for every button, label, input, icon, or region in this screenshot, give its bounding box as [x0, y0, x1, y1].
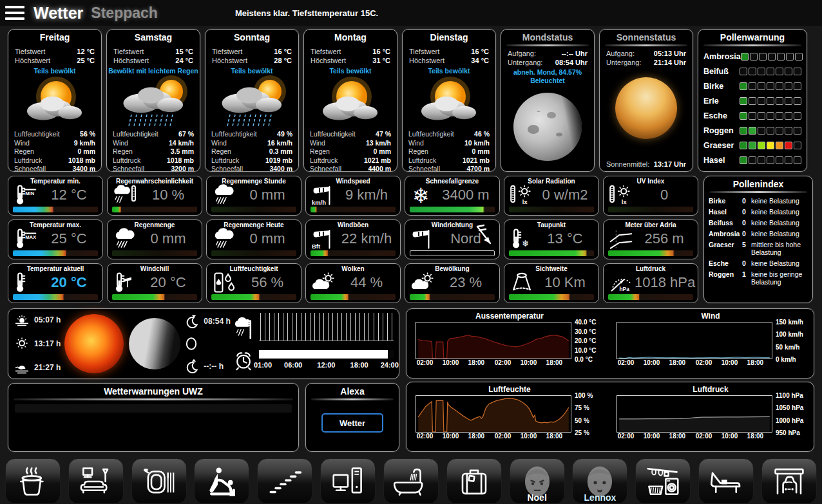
pollen-level-square: [777, 53, 785, 61]
pollen-warning-row-ambrosia: Ambrosia: [698, 49, 807, 64]
dock-button-suitcase[interactable]: [446, 458, 502, 504]
tile-value: 25 °C: [39, 230, 99, 247]
x-tick-label: 18:00: [669, 359, 686, 366]
high-label: Höchstwert: [409, 57, 444, 64]
dock-button-laundry[interactable]: [635, 458, 691, 504]
dock-button-noel[interactable]: Noel: [510, 458, 565, 504]
stat-value: 0 mm: [472, 147, 490, 156]
tile-bar: [112, 207, 197, 212]
pollen-index-desc: keine Belastung: [751, 208, 808, 216]
dock-button-bathtub[interactable]: [383, 458, 439, 504]
dock-button-computer[interactable]: [320, 458, 376, 504]
tile-schneefallgrenze: Schneefallgrenze ❄ 3400 m: [405, 176, 500, 216]
pollen-index-desc: keine Belastung: [751, 219, 808, 227]
tile-bar: [311, 207, 396, 212]
rain-cloud-icon: [112, 228, 138, 250]
pollen-level-square: [740, 142, 747, 149]
dock-button-garage[interactable]: [761, 458, 817, 504]
pollen-level-square: [767, 112, 774, 120]
x-tick-label: 10:00: [722, 359, 738, 366]
thermo-wind-icon: [113, 272, 137, 294]
pollen-level-square: [794, 127, 801, 135]
timeline-tick-label: 18:00: [350, 361, 368, 369]
tile-bar: [211, 294, 296, 300]
condition-text: Teils bewölkt: [403, 67, 495, 75]
pollen-level-square: [785, 127, 792, 135]
pollen-level-square: [776, 112, 783, 120]
astro-item-moonrise: --:-- h: [183, 359, 230, 374]
metric-tiles-section: Temperatur min. MIN 12 °C Regenwahrschei…: [8, 176, 814, 303]
stat-label: Luftdruck: [310, 156, 338, 165]
pollen-warning-row-esche: Esche: [698, 108, 807, 123]
pollen-level-square: [767, 127, 774, 135]
tile-bew-lkung: Bewölkung 23 %: [405, 263, 500, 303]
x-tick-label: 02:00: [696, 433, 712, 440]
pollen-level-square: [776, 127, 783, 135]
tile-windspeed: Windspeed km/h 9 km/h: [305, 176, 401, 216]
pollen-name: Esche: [703, 111, 740, 120]
high-label: Höchstwert: [113, 57, 149, 64]
moon-set-value: 08:54 Uhr: [555, 59, 588, 66]
day-name: Dienstag: [403, 30, 495, 42]
pollen-level-square: [767, 156, 774, 164]
day-timeline: 01:0006:0012:0018:0024:00: [259, 313, 394, 375]
stat-label: Schneefall: [310, 165, 341, 174]
weather-art-sun-cloud: [16, 75, 93, 130]
pollen-index-row-hasel: Hasel 0 keine Belastung: [709, 208, 808, 216]
stat-value: 3400 m: [269, 165, 292, 174]
alexa-wetter-button[interactable]: Wetter: [321, 413, 383, 433]
astro-item-sunset: 21:27 h: [14, 361, 61, 374]
tile-windb-en: Windböen Bft 22 km/h: [305, 219, 401, 259]
pollen-index-value: 0: [742, 197, 751, 205]
pollen-level-square: [740, 97, 747, 105]
moon-status-card: Mondstatus Aufgang:--:-- Uhr Untergang:0…: [501, 29, 595, 172]
y-tick-label: 75 %: [575, 404, 589, 411]
stat-value: 13 km/h: [366, 139, 391, 148]
tile-value: 10 %: [139, 187, 198, 203]
rain-cloud-icon: [211, 228, 237, 250]
tile-regenmenge: Regenmenge 0 mm: [107, 219, 202, 259]
stat-value: 9 km/h: [74, 139, 95, 148]
pollen-level-square: [786, 53, 794, 61]
stat-value: 0.3 mm: [269, 147, 292, 156]
page-title: Wetter: [33, 4, 83, 23]
sun-image: [615, 77, 677, 139]
dock-button-bedroom[interactable]: [194, 458, 249, 504]
x-tick-label: 02:00: [417, 433, 434, 440]
pollen-level-square: [740, 156, 747, 164]
dock-button-sofa-tv[interactable]: [68, 458, 124, 504]
tile-bar: [509, 250, 594, 256]
moon-image: [513, 93, 582, 161]
tile-value: 56 %: [238, 274, 297, 291]
tile-uv-index: UV Index lx 0: [603, 176, 698, 216]
weather-art-sun-cloud: [312, 75, 389, 130]
forecast-card-montag: Montag Tiefstwert16 °C Höchstwert31 °C T…: [303, 29, 397, 172]
dock-button-stairs[interactable]: [257, 458, 312, 504]
bedroom-icon: [204, 466, 239, 497]
tile-value: 0 w/m2: [535, 187, 595, 203]
dock-button-dining[interactable]: [131, 458, 187, 504]
day-name: Samstag: [107, 30, 200, 42]
timeline-tick-label: 12:00: [317, 361, 335, 369]
y-tick-label: 1050 hPa: [776, 404, 803, 411]
tile-bar: [112, 250, 197, 256]
stat-value: 3.5 mm: [171, 147, 194, 156]
daylight-band-track: [259, 350, 394, 359]
low-label: Tiefstwert: [212, 48, 242, 55]
tile-value: 0: [635, 187, 694, 203]
astro-time: 08:54 h: [204, 317, 230, 326]
menu-icon[interactable]: [5, 6, 24, 20]
living-room-icon: [79, 466, 113, 497]
dock-button-pot[interactable]: [5, 458, 61, 504]
history-charts: Aussentemperatur 40.0 °C30.0 °C20.0 °C10…: [406, 308, 814, 452]
timeline-tick-label: 01:00: [254, 361, 272, 369]
dock-button-lennox[interactable]: Lennox: [572, 458, 627, 504]
pollen-warning-title: Pollenwarnung: [698, 30, 807, 42]
dock-label: Lennox: [573, 492, 627, 503]
sun-set-value: 21:14 Uhr: [654, 59, 686, 66]
pollen-level-square: [785, 68, 792, 75]
dock-button-lounger[interactable]: [698, 458, 754, 504]
chart-luftfeuchte: Luftfeuchte 100 %75 %50 %25 % 02:0010:00…: [409, 384, 610, 450]
chart-plot: [616, 322, 772, 359]
pollen-index-desc: mittlere bis hohe Belastung: [751, 241, 808, 256]
